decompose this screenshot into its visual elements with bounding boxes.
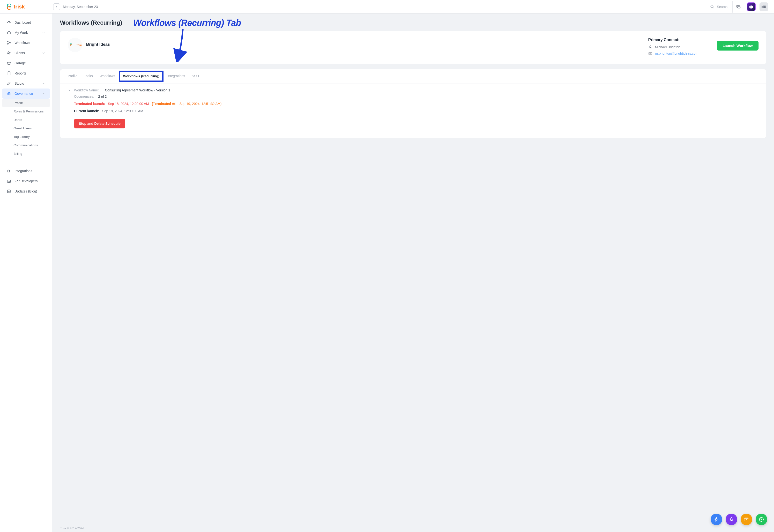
gauge-icon [7,20,11,25]
branch-icon [7,41,11,45]
stop-delete-button[interactable]: Stop and Delete Schedule [74,119,125,128]
occurrences-label: Occurrences: [74,95,95,98]
terminated-launch-label: Terminated launch: [74,102,105,106]
workflows-card: Profile Tasks Workflows Workflows (Recur… [60,69,766,138]
chevron-down-icon [42,82,45,85]
current-date: Monday, September 23 [63,5,98,9]
messages-button[interactable] [732,1,744,13]
tab-tasks[interactable]: Tasks [84,69,93,83]
sidebar-item-integrations[interactable]: Integrations [2,166,50,176]
page-title: Workflows (Recurring) [60,19,766,26]
file-icon [7,71,11,75]
contact-email-link[interactable]: m.brighton@brightideas.com [655,52,698,55]
sidebar-item-label: Dashboard [15,21,31,24]
sidebar-item-mywork[interactable]: My Work [2,28,50,38]
fab-archive[interactable] [741,514,752,525]
sidebar-item-label: Profile [14,101,23,105]
sidebar-item-garage[interactable]: Garage [2,58,50,68]
sidebar-sub-tag-library[interactable]: Tag Library [2,133,50,141]
sidebar-item-reports[interactable]: Reports [2,68,50,78]
user-initials: MB [761,5,766,8]
search-icon [710,5,714,9]
sidebar-item-workflows[interactable]: Workflows [2,38,50,48]
launch-workflow-button[interactable]: Launch Workflow [717,41,759,51]
trisk-icon [6,3,13,10]
sidebar-sub-billing[interactable]: Billing [2,149,50,158]
topbar: trisk Monday, September 23 Search MB [0,0,774,14]
contact-name: Michael Brighton [655,45,680,49]
sidebar-item-developers[interactable]: For Developers [2,176,50,186]
briefcase-icon [7,30,11,35]
current-launch-value: Sep 19, 2024, 12:00:00 AM [102,109,143,113]
current-launch-label: Current launch: [74,109,99,113]
sidebar-sub-profile[interactable]: Profile [2,99,50,107]
sidebar-item-governance[interactable]: Governance [2,89,50,99]
svg-rect-2 [737,6,740,8]
sidebar-item-label: Garage [15,61,26,65]
user-icon [648,45,653,49]
svg-rect-13 [8,63,10,65]
sidebar-item-clients[interactable]: Clients [2,48,50,58]
sidebar-item-studio[interactable]: Studio [2,78,50,89]
tab-sso[interactable]: SSO [192,69,199,83]
brand-name: trisk [14,4,25,10]
sidebar-item-label: Clients [15,51,25,55]
fab-help[interactable] [756,514,767,525]
svg-point-10 [8,52,9,53]
fab-zap[interactable] [711,514,722,525]
back-button[interactable] [53,3,60,10]
sidebar-item-label: Studio [15,81,24,85]
sidebar-item-label: Updates (Blog) [15,189,37,193]
tab-profile[interactable]: Profile [68,69,77,83]
svg-point-3 [749,5,753,8]
footer-copyright: Trisk © 2017-2024 [60,527,84,530]
bank-icon [7,91,11,96]
user-avatar[interactable]: MB [759,2,768,11]
svg-point-9 [10,42,11,43]
chevron-left-icon [55,5,58,8]
sidebar-item-label: For Developers [15,179,38,183]
sidebar-item-dashboard[interactable]: Dashboard [2,17,50,28]
sidebar-item-updates[interactable]: Updates (Blog) [2,186,50,196]
sidebar-item-label: Integrations [15,169,32,173]
brand-logo[interactable]: trisk [6,3,49,10]
sidebar-item-label: Billing [14,152,22,155]
chevron-up-icon [42,92,45,95]
sidebar-sub-guest-users[interactable]: Guest Users [2,124,50,133]
client-name: Bright Ideas [86,38,110,47]
bot-button[interactable] [747,2,756,11]
rocket-icon [729,517,734,522]
tab-workflows-recurring[interactable]: Workflows (Recurring) [119,71,164,82]
svg-point-16 [650,46,651,47]
fab-rocket[interactable] [726,514,737,525]
tabs: Profile Tasks Workflows Workflows (Recur… [60,69,766,83]
contact-section: Primary Contact: Michael Brighton m.brig… [648,38,698,58]
workflow-name-label: Workflow Name: [74,88,102,92]
sidebar: Dashboard My Work Workflows Clients Gara… [0,14,52,532]
svg-point-0 [711,5,713,8]
tab-integrations[interactable]: Integrations [167,69,185,83]
terminated-at-label: (Terminated At: [152,102,177,106]
tab-workflows[interactable]: Workflows [99,69,115,83]
sidebar-sub-communications[interactable]: Communications [2,141,50,149]
sidebar-item-label: Guest Users [14,126,32,130]
sidebar-sub-users[interactable]: Users [2,116,50,124]
sidebar-item-label: Tag Library [14,135,30,139]
svg-rect-14 [7,180,11,183]
chevron-up-icon[interactable] [68,89,71,92]
archive-icon [7,61,11,65]
workflow-name-value: Consulting Agreement Workflow - Version … [105,88,170,92]
client-logo: trisk [68,38,82,52]
code-icon [7,179,11,183]
svg-point-5 [752,7,752,7]
sidebar-item-label: Roles & Permissions [14,110,44,113]
puzzle-icon [7,169,11,173]
svg-point-11 [9,52,10,53]
pencil-icon [7,81,11,86]
sidebar-divider [4,162,48,162]
svg-point-8 [7,44,8,44]
sidebar-sub-roles[interactable]: Roles & Permissions [2,107,50,116]
search-input[interactable]: Search [706,0,731,14]
chevron-down-icon [42,51,45,55]
svg-rect-6 [7,32,10,34]
